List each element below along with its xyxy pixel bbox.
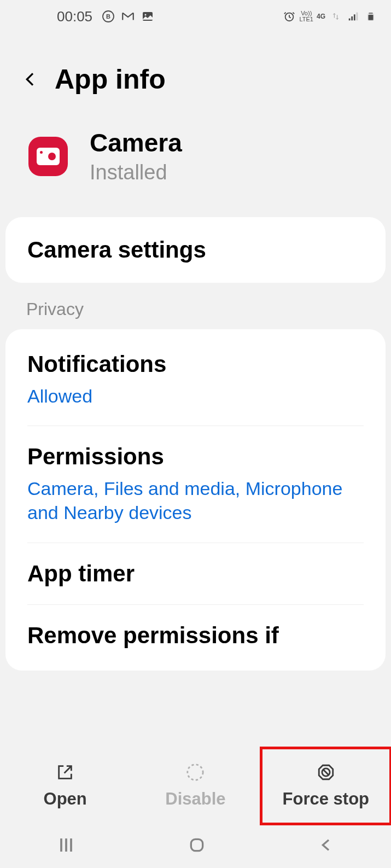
svg-rect-7 xyxy=(354,14,355,20)
svg-rect-11 xyxy=(369,15,374,20)
remove-permissions-item[interactable]: Remove permissions if xyxy=(27,605,364,666)
svg-rect-8 xyxy=(357,13,358,21)
force-stop-icon xyxy=(317,763,335,784)
disable-button: Disable xyxy=(130,748,260,824)
svg-line-15 xyxy=(323,770,329,775)
app-status: Installed xyxy=(90,161,182,184)
camera-app-icon xyxy=(28,137,68,176)
disable-icon xyxy=(186,763,205,784)
item-value: Camera, Files and media, Microphone and … xyxy=(27,476,364,525)
app-name: Camera xyxy=(90,128,182,158)
chat-b-icon: B xyxy=(101,9,115,24)
app-timer-item[interactable]: App timer xyxy=(27,543,364,605)
alarm-icon xyxy=(282,9,296,24)
volte-indicator: Vo))LTE1 xyxy=(300,10,313,22)
action-label: Open xyxy=(44,789,87,809)
status-bar: 00:05 B Vo))LT xyxy=(0,0,391,31)
page-header: App info xyxy=(0,31,391,117)
data-arrows-icon xyxy=(329,9,343,24)
open-button[interactable]: Open xyxy=(0,748,130,824)
back-nav-icon[interactable] xyxy=(318,836,335,856)
back-icon[interactable] xyxy=(22,71,39,88)
item-title: Remove permissions if xyxy=(27,622,364,649)
svg-rect-19 xyxy=(191,839,202,850)
content-area[interactable]: App info Camera Installed Camera setting… xyxy=(0,31,391,748)
svg-rect-5 xyxy=(349,19,351,21)
page-title: App info xyxy=(55,63,166,95)
network-indicator: 4G xyxy=(317,13,325,20)
item-title: Notifications xyxy=(27,351,364,377)
notifications-item[interactable]: Notifications Allowed xyxy=(27,334,364,426)
item-title: App timer xyxy=(27,561,364,587)
setting-label: Camera settings xyxy=(27,237,364,263)
action-label: Disable xyxy=(165,789,225,809)
permissions-item[interactable]: Permissions Camera, Files and media, Mic… xyxy=(27,426,364,543)
status-right: Vo))LTE1 4G xyxy=(282,9,378,24)
system-nav-bar xyxy=(0,824,391,868)
signal-icon xyxy=(346,9,360,24)
gmail-icon xyxy=(121,9,135,24)
home-icon[interactable] xyxy=(188,836,206,856)
section-privacy: Privacy xyxy=(0,283,391,329)
item-title: Permissions xyxy=(27,444,364,470)
bottom-action-bar: Open Disable Force stop xyxy=(0,748,391,824)
svg-rect-6 xyxy=(351,16,353,20)
camera-settings-item[interactable]: Camera settings xyxy=(5,217,386,283)
action-label: Force stop xyxy=(283,789,369,809)
status-left: 00:05 B xyxy=(13,8,155,25)
item-value: Allowed xyxy=(27,384,364,408)
open-icon xyxy=(56,763,74,784)
svg-text:B: B xyxy=(106,13,110,20)
battery-icon xyxy=(364,9,378,24)
svg-point-12 xyxy=(188,765,203,780)
recents-icon[interactable] xyxy=(56,835,76,857)
force-stop-button[interactable]: Force stop xyxy=(261,748,391,824)
status-time: 00:05 xyxy=(57,8,92,25)
app-summary: Camera Installed xyxy=(0,117,391,217)
image-icon xyxy=(141,9,155,24)
privacy-card: Notifications Allowed Permissions Camera… xyxy=(5,329,386,671)
svg-point-3 xyxy=(145,14,147,16)
